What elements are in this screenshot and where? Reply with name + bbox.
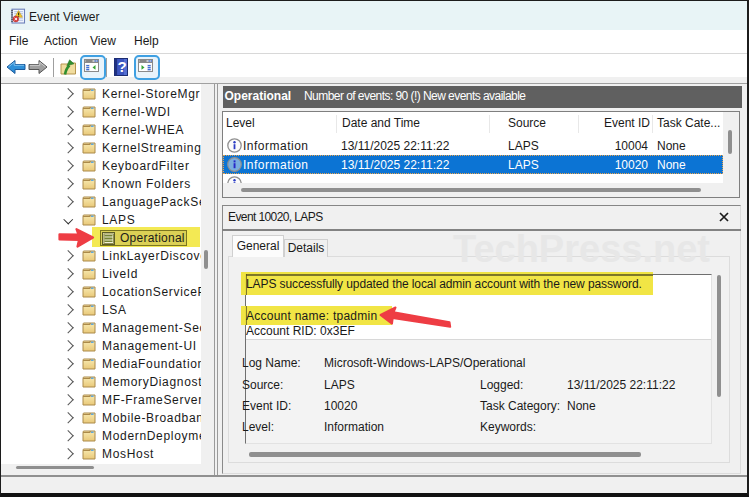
svg-text:?: ? [118, 58, 127, 75]
